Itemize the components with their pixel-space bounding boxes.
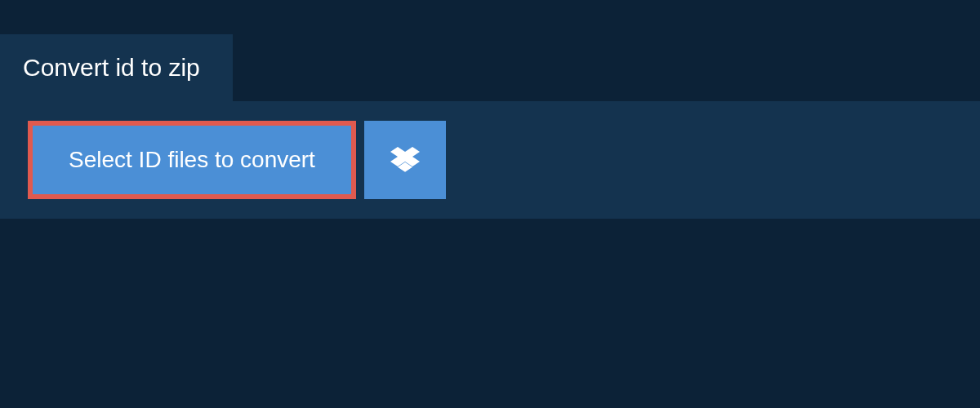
active-tab[interactable]: Convert id to zip [0, 34, 233, 101]
dropbox-icon [390, 144, 420, 176]
select-files-label: Select ID files to convert [69, 147, 315, 172]
tab-title: Convert id to zip [23, 54, 200, 81]
conversion-panel: Select ID files to convert [0, 101, 980, 219]
button-row: Select ID files to convert [28, 121, 952, 199]
select-files-highlight: Select ID files to convert [28, 121, 356, 199]
dropbox-button[interactable] [364, 121, 446, 199]
select-files-button[interactable]: Select ID files to convert [33, 126, 351, 194]
